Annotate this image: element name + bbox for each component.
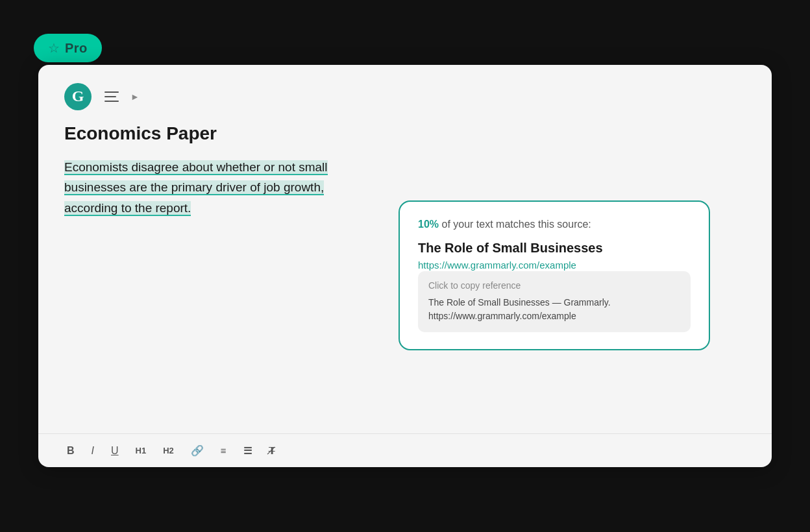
- document-text[interactable]: Economists disagree about whether or not…: [64, 157, 337, 218]
- ordered-list-button[interactable]: ≡: [218, 444, 229, 457]
- editor-toolbar: B I U H1 H2 🔗 ≡ ☰ T̸: [38, 433, 772, 467]
- unordered-list-icon: ☰: [243, 445, 252, 457]
- match-percent-suffix: of your text matches this source:: [439, 219, 591, 230]
- match-percent-value: 10%: [418, 219, 439, 230]
- clear-format-icon: T̸: [269, 445, 275, 457]
- pro-label: Pro: [65, 41, 88, 56]
- chevron-right-icon: ►: [130, 91, 140, 102]
- match-percent-text: 10% of your text matches this source:: [418, 219, 691, 230]
- h2-button[interactable]: H2: [160, 444, 177, 457]
- clear-formatting-button[interactable]: T̸: [266, 444, 278, 458]
- editor-header: G ►: [38, 65, 772, 117]
- italic-button[interactable]: I: [89, 444, 97, 458]
- source-panel: 10% of your text matches this source: Th…: [363, 123, 746, 427]
- source-card: 10% of your text matches this source: Th…: [399, 200, 710, 350]
- editor-window: G ► Economics Paper Economists disagree …: [38, 65, 772, 467]
- h1-button[interactable]: H1: [133, 444, 149, 457]
- underline-button[interactable]: U: [108, 444, 121, 458]
- highlighted-sentence: Economists disagree about whether or not…: [64, 160, 328, 216]
- editor-body: Economics Paper Economists disagree abou…: [38, 117, 772, 433]
- copy-reference-box[interactable]: Click to copy reference The Role of Smal…: [418, 271, 691, 332]
- link-icon: 🔗: [191, 444, 204, 457]
- reference-text: The Role of Small Businesses — Grammarly…: [428, 296, 680, 323]
- reference-line1: The Role of Small Businesses — Grammarly…: [428, 297, 611, 308]
- link-button[interactable]: 🔗: [188, 443, 206, 458]
- unordered-list-button[interactable]: ☰: [241, 444, 254, 458]
- bold-button[interactable]: B: [64, 444, 77, 458]
- star-icon: ☆: [48, 40, 60, 56]
- source-title: The Role of Small Businesses: [418, 241, 691, 256]
- pro-badge[interactable]: ☆ Pro: [34, 34, 102, 62]
- source-url-link[interactable]: https://www.grammarly.com/example: [418, 260, 576, 271]
- hamburger-menu-icon[interactable]: [104, 91, 119, 102]
- grammarly-logo-icon: G: [64, 83, 92, 110]
- ordered-list-icon: ≡: [221, 445, 227, 456]
- svg-text:G: G: [72, 88, 84, 104]
- copy-reference-label: Click to copy reference: [428, 280, 680, 291]
- document-title: Economics Paper: [64, 123, 337, 144]
- document-content: Economics Paper Economists disagree abou…: [64, 123, 337, 427]
- reference-line2: https://www.grammarly.com/example: [428, 311, 576, 321]
